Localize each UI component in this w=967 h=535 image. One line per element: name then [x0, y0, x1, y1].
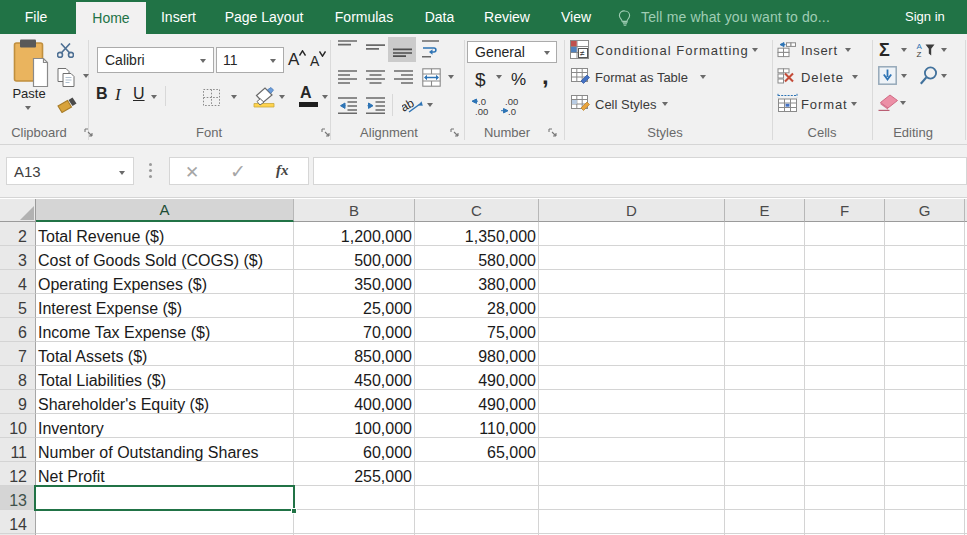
svg-text:≠: ≠ — [580, 48, 585, 58]
svg-text:.00: .00 — [475, 106, 488, 116]
svg-text:Z: Z — [917, 50, 922, 57]
svg-text:.0: .0 — [508, 106, 516, 116]
